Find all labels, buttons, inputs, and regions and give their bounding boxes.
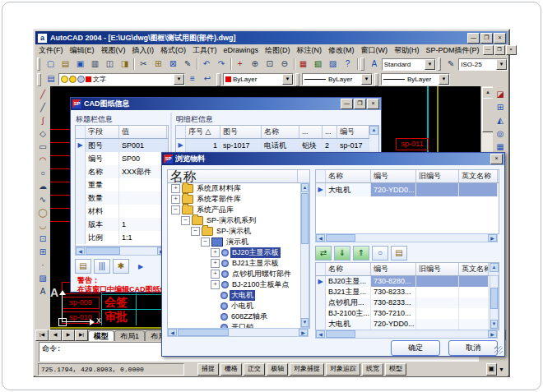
rectangle-icon[interactable]: ▭: [36, 141, 50, 154]
tab-first-icon[interactable]: |◀: [35, 330, 49, 341]
expand-plus-icon[interactable]: +: [171, 184, 180, 193]
status-menu-chevron-icon[interactable]: ▼: [499, 367, 504, 372]
tree-column-header[interactable]: 名称: [168, 170, 298, 182]
tree-item[interactable]: 大电机: [168, 290, 309, 301]
scroll-down-icon[interactable]: ▼: [301, 318, 309, 327]
menu-insert[interactable]: 插入(I): [129, 45, 158, 56]
restore-icon[interactable]: ❐: [480, 33, 493, 44]
dialog-maximize-icon[interactable]: ❐: [354, 99, 366, 109]
comm-center-icon[interactable]: ▣: [486, 363, 498, 376]
dim-style-combo[interactable]: ISO-25▼: [458, 58, 508, 71]
chevron-down-icon[interactable]: ▼: [282, 74, 293, 85]
tree-item[interactable]: +系统原材料库: [168, 183, 309, 194]
browse-dialog-titlebar[interactable]: SP 浏览物料 ×: [162, 153, 504, 165]
scroll-thumb[interactable]: [482, 98, 494, 132]
scroll-up-icon[interactable]: ▲: [369, 126, 378, 135]
column-header[interactable]: 序号 △: [186, 126, 220, 138]
polar-toggle[interactable]: 极轴: [267, 363, 288, 376]
tab-model[interactable]: 模型: [88, 330, 114, 341]
tree-item[interactable]: +BJ21主显示板: [168, 258, 309, 269]
column-header[interactable]: 字段: [86, 126, 119, 138]
tree-hscrollbar[interactable]: ◀ ▶: [167, 328, 309, 337]
plot-icon[interactable]: ▥: [87, 58, 102, 71]
tree-item[interactable]: +BJ-2100主板单点: [168, 279, 309, 290]
arc-icon[interactable]: ◠: [36, 154, 50, 167]
expand-plus-icon[interactable]: +: [211, 248, 220, 257]
save-file-icon[interactable]: ▣: [72, 58, 87, 71]
tab-last-icon[interactable]: ▶|: [75, 330, 88, 341]
table-row[interactable]: ▶ 1 sp-1017 电话机 铝块 2 sp-017: [176, 139, 378, 152]
grid-toggle[interactable]: 栅格: [220, 363, 242, 376]
table-row[interactable]: 名称 XXX部件: [76, 165, 168, 178]
table-row[interactable]: ▶ 大电机 720-YDD0...: [316, 183, 499, 196]
menu-view[interactable]: 视图(V): [98, 45, 129, 56]
help-icon[interactable]: ?: [341, 58, 355, 71]
cancel-button[interactable]: 取消: [448, 340, 498, 356]
menu-help[interactable]: 帮助(H): [391, 45, 423, 56]
dialog-minimize-icon[interactable]: —: [341, 99, 353, 109]
make-block-icon[interactable]: ⊞: [36, 246, 50, 259]
expand-minus-icon[interactable]: −: [171, 205, 180, 214]
spline-icon[interactable]: ∿: [36, 193, 50, 206]
toolbar-grip[interactable]: [295, 73, 299, 86]
column-header[interactable]: 名称: [326, 170, 371, 182]
chevron-down-icon[interactable]: ▼: [174, 74, 184, 85]
snap-toggle[interactable]: 捕捉: [197, 363, 219, 376]
point-icon[interactable]: ·: [36, 259, 50, 272]
table-row[interactable]: 比例 1:1: [76, 231, 168, 244]
erase-icon[interactable]: ◪: [494, 88, 508, 101]
column-header[interactable]: 名称: [262, 126, 299, 138]
undo-icon[interactable]: ↶: [199, 58, 214, 71]
menu-dimension[interactable]: 标注(N): [294, 45, 326, 56]
layer-combo[interactable]: 文字 ▼: [58, 73, 185, 85]
search-icon[interactable]: ○: [372, 246, 388, 261]
ortho-toggle[interactable]: 正交: [244, 363, 265, 376]
plot-preview-icon[interactable]: ◫: [102, 58, 117, 71]
tree-item[interactable]: 608ZZ轴承: [168, 311, 309, 322]
close-icon[interactable]: ×: [494, 33, 506, 44]
chevron-down-icon[interactable]: ▼: [439, 74, 449, 85]
mtext-icon[interactable]: A: [36, 285, 50, 298]
text-style-combo[interactable]: Standard▼: [382, 58, 436, 71]
publish-icon[interactable]: ◨: [117, 58, 132, 71]
toolbar-grip[interactable]: [374, 73, 378, 86]
ok-button[interactable]: 确定: [391, 340, 440, 356]
scroll-down-icon[interactable]: ▼: [490, 320, 498, 329]
cut-icon[interactable]: ✂: [136, 58, 151, 71]
edit-record-icon[interactable]: ▤: [75, 259, 91, 274]
selected-material-grid[interactable]: 名称 编号 旧编号 英文名称 ▶ 大电机 720-YDD0...: [315, 169, 499, 234]
column-header[interactable]: 值: [119, 126, 167, 138]
expand-plus-icon[interactable]: +: [171, 195, 180, 204]
expand-minus-icon[interactable]: −: [191, 227, 200, 236]
properties-icon[interactable]: ▨: [326, 58, 341, 71]
zoom-realtime-icon[interactable]: ⊕: [248, 58, 262, 71]
scroll-left-icon[interactable]: ◀: [316, 234, 325, 242]
scroll-up-icon[interactable]: ▲: [301, 183, 309, 192]
tree-item[interactable]: +点钞机用螺钉部件: [168, 269, 309, 279]
table-row[interactable]: ▶ BJ20主显... 730-8280...: [316, 276, 499, 287]
column-header[interactable]: 英文名称: [459, 170, 498, 182]
redo-icon[interactable]: ↷: [214, 58, 229, 71]
tab-layout1[interactable]: 布局1: [114, 330, 145, 341]
column-settings-icon[interactable]: |||: [94, 259, 110, 274]
import-down-icon[interactable]: ⇓: [334, 246, 350, 261]
layer-manager-icon[interactable]: ▤: [44, 72, 58, 86]
menu-window[interactable]: 窗口(W): [358, 45, 392, 56]
expand-minus-icon[interactable]: −: [181, 216, 190, 225]
toolbar-grip[interactable]: [438, 58, 441, 71]
bom-vscrollbar[interactable]: ▼: [490, 275, 499, 330]
scroll-left-icon[interactable]: ◀: [168, 329, 177, 336]
table-row[interactable]: 编号 SP00: [76, 152, 168, 165]
menu-sp-pdm[interactable]: SP-PDM插件(P): [423, 45, 483, 56]
tool-palettes-icon[interactable]: ▧: [311, 58, 326, 71]
column-header[interactable]: 旧编号: [416, 170, 459, 182]
column-header[interactable]: 图号: [220, 126, 262, 138]
table-row[interactable]: 材料: [76, 205, 168, 218]
circle-icon[interactable]: ○: [36, 167, 50, 180]
table-row[interactable]: 点钞机用... 730-8233...: [316, 297, 499, 308]
layer-previous-icon[interactable]: ↩: [200, 72, 215, 86]
match-properties-icon[interactable]: ✎: [180, 58, 195, 71]
more-icon[interactable]: ▶: [138, 263, 143, 270]
selected-material-hscrollbar[interactable]: ◀ ▶: [315, 233, 498, 242]
menu-format[interactable]: 格式(O): [157, 45, 189, 56]
